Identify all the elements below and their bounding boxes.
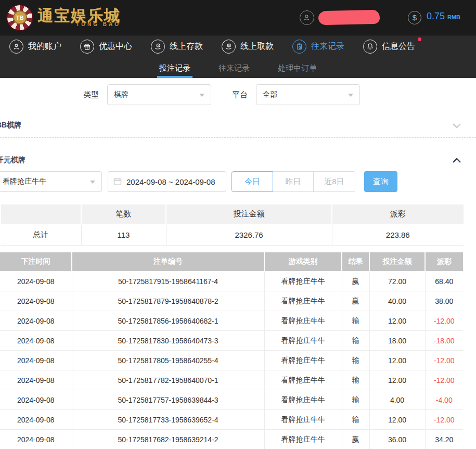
bet-amount-cell: 4.00 xyxy=(369,390,425,410)
result-cell: 输 xyxy=(342,311,369,331)
result-cell: 赢 xyxy=(342,291,369,311)
quick-date-buttons: 今日 昨日 近8日 xyxy=(231,171,355,192)
logo[interactable]: TB 通宝娱乐城 TONG BAO xyxy=(7,5,121,30)
top-header: TB 通宝娱乐城 TONG BAO $ 0.75 RMB xyxy=(0,0,476,35)
type-select[interactable]: 棋牌 xyxy=(107,84,211,105)
result-cell: 输 xyxy=(342,410,369,430)
nav-item-withdraw[interactable]: 线上取款 xyxy=(222,40,274,54)
chevron-down-icon[interactable] xyxy=(452,122,461,129)
section-bb-chess: BB棋牌 xyxy=(0,117,476,134)
deposit-icon xyxy=(151,40,165,54)
game-type-cell: 看牌抢庄牛牛 xyxy=(264,351,342,370)
calendar-icon xyxy=(113,177,122,186)
payout-cell: 38.00 xyxy=(425,291,463,311)
bet-time-cell: 2024-09-08 xyxy=(0,272,72,291)
date-range-value: 2024-09-08 ~ 2024-09-08 xyxy=(126,177,215,186)
bet-amount-cell: 12.00 xyxy=(369,311,425,331)
date-range-picker[interactable]: 2024-09-08 ~ 2024-09-08 xyxy=(108,171,226,192)
tab-transaction-records[interactable]: 往来记录 xyxy=(216,58,252,78)
logo-text: 通宝娱乐城 TONG BAO xyxy=(37,8,121,27)
bet-amount-cell: 12.00 xyxy=(369,351,425,370)
gift-icon xyxy=(80,40,94,54)
platform-filter-label: 平台 xyxy=(232,90,248,100)
result-cell: 输 xyxy=(342,390,369,410)
payout-cell: 68.40 xyxy=(425,272,463,291)
bet-amount-cell: 12.00 xyxy=(369,370,425,390)
bet-records-table: 下注时间 注单编号 游戏类别 结果 投注金额 派彩 2024-09-0850-1… xyxy=(0,251,463,449)
tab-pending-orders[interactable]: 处理中订单 xyxy=(276,58,319,78)
order-id-cell: 50-1725817757-1958639844-3 xyxy=(72,390,264,410)
order-id-cell: 50-1725817805-1958640255-4 xyxy=(72,351,264,370)
last-8-days-button[interactable]: 近8日 xyxy=(314,171,355,192)
poker-chip-icon: TB xyxy=(7,5,32,30)
search-button[interactable]: 查询 xyxy=(364,171,397,192)
bet-table-body: 2024-09-0850-1725817915-1958641167-4看牌抢庄… xyxy=(0,272,463,449)
controls-row: 看牌抢庄牛牛 2024-09-08 ~ 2024-09-08 今日 昨日 近8日… xyxy=(0,171,476,192)
table-row: 2024-09-0850-1725817733-1958639652-4看牌抢庄… xyxy=(0,410,463,430)
user-avatar-icon[interactable] xyxy=(300,10,314,25)
game-type-cell: 看牌抢庄牛牛 xyxy=(264,370,342,390)
order-id-cell: 50-1725817879-1958640878-2 xyxy=(72,291,264,311)
table-row: 2024-09-0850-1725817782-1958640070-1看牌抢庄… xyxy=(0,370,463,390)
payout-cell: -12.00 xyxy=(425,370,463,390)
result-cell: 输 xyxy=(342,331,369,351)
bet-amount-cell: 18.00 xyxy=(369,331,425,351)
result-cell: 赢 xyxy=(342,272,369,291)
bet-table-header-row: 下注时间 注单编号 游戏类别 结果 投注金额 派彩 xyxy=(0,252,463,272)
table-row: 2024-09-0850-1725817915-1958641167-4看牌抢庄… xyxy=(0,272,463,291)
nav-item-announcements[interactable]: 信息公告 xyxy=(363,40,415,54)
header-payout: 派彩 xyxy=(425,252,463,272)
logo-badge: TB xyxy=(13,10,27,24)
bet-amount-cell: 72.00 xyxy=(369,272,425,291)
currency-dollar-icon: $ xyxy=(408,11,421,24)
section-kaiyuan-chess: 开元棋牌 xyxy=(0,151,476,169)
platform-select[interactable]: 全部 xyxy=(256,84,360,105)
bet-amount-cell: 36.00 xyxy=(369,430,425,449)
game-select[interactable]: 看牌抢庄牛牛 xyxy=(0,171,102,192)
bet-time-cell: 2024-09-08 xyxy=(0,311,72,331)
withdraw-icon xyxy=(222,40,236,54)
nav-label: 线上取款 xyxy=(240,41,274,52)
order-id-cell: 50-1725817682-1958639214-2 xyxy=(72,430,264,449)
bet-time-cell: 2024-09-08 xyxy=(0,390,72,410)
game-type-cell: 看牌抢庄牛牛 xyxy=(264,410,342,430)
header-bet-time: 下注时间 xyxy=(0,252,72,272)
payout-cell: -4.00 xyxy=(425,390,463,410)
order-id-cell: 50-1725817733-1958639652-4 xyxy=(72,410,264,430)
game-type-cell: 看牌抢庄牛牛 xyxy=(264,430,342,449)
user-area: $ 0.75 RMB xyxy=(300,10,460,25)
nav-item-transaction-records[interactable]: 往来记录 xyxy=(292,40,344,54)
summary-table: 笔数 投注金额 派彩 总计 113 2326.76 223.86 xyxy=(0,203,464,246)
bell-icon xyxy=(363,40,377,54)
nav-label: 我的账户 xyxy=(28,41,61,52)
summary-header-count: 笔数 xyxy=(81,204,166,224)
table-row: 2024-09-0850-1725817879-1958640878-2看牌抢庄… xyxy=(0,291,463,311)
nav-item-deposit[interactable]: 线上存款 xyxy=(151,40,203,54)
bet-time-cell: 2024-09-08 xyxy=(0,331,72,351)
summary-total-label: 总计 xyxy=(1,224,81,245)
nav-item-my-account[interactable]: 我的账户 xyxy=(9,40,61,54)
chevron-down-icon xyxy=(90,181,95,184)
table-row: 2024-09-0850-1725817856-1958640682-1看牌抢庄… xyxy=(0,311,463,331)
chevron-down-icon xyxy=(199,94,204,97)
summary-header-payout: 派彩 xyxy=(332,204,464,224)
bet-amount-cell: 12.00 xyxy=(369,410,425,430)
summary-count-value: 113 xyxy=(81,224,166,245)
result-cell: 输 xyxy=(342,351,369,370)
table-row: 2024-09-0850-1725817805-1958640255-4看牌抢庄… xyxy=(0,351,463,370)
nav-item-promotions[interactable]: 优惠中心 xyxy=(80,40,132,54)
table-row: 2024-09-0850-1725817757-1958639844-3看牌抢庄… xyxy=(0,390,463,410)
game-type-cell: 看牌抢庄牛牛 xyxy=(264,390,342,410)
tab-bet-records[interactable]: 投注记录 xyxy=(157,58,192,78)
summary-header-row: 笔数 投注金额 派彩 xyxy=(1,204,464,224)
today-button[interactable]: 今日 xyxy=(231,171,273,192)
payout-cell: -18.00 xyxy=(425,331,463,351)
yesterday-button[interactable]: 昨日 xyxy=(273,171,314,192)
bet-time-cell: 2024-09-08 xyxy=(0,370,72,390)
bet-time-cell: 2024-09-08 xyxy=(0,410,72,430)
summary-header-bet-amount: 投注金额 xyxy=(166,204,332,224)
type-select-value: 棋牌 xyxy=(114,90,128,99)
chevron-up-icon[interactable] xyxy=(452,157,461,163)
records-icon xyxy=(292,40,306,54)
section-title: BB棋牌 xyxy=(0,121,21,130)
